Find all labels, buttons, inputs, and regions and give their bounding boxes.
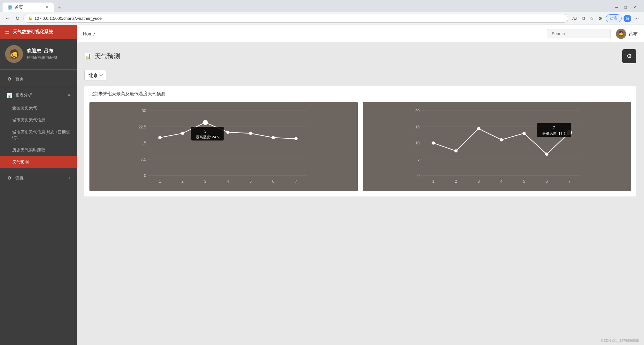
chart-panel: 北京未来七天最高及最低温度天气预测 30: [84, 86, 636, 196]
security-icon: 🔒: [28, 16, 33, 20]
maximize-button[interactable]: □: [622, 4, 629, 10]
svg-text:5: 5: [523, 179, 525, 184]
svg-text:最高温度: 24.5: 最高温度: 24.5: [196, 135, 219, 139]
browser-actions: Aa ⧉ ☆ ⚙ 访客 吕 ⋯: [571, 14, 640, 22]
svg-point-18: [181, 132, 184, 135]
sidebar-sub-label: 全国历史天气: [12, 105, 37, 111]
topbar-avatar: 🧔: [616, 29, 626, 39]
svg-point-20: [226, 131, 229, 134]
sidebar-toggle-button[interactable]: ☰: [5, 29, 10, 35]
svg-text:15: 15: [415, 125, 420, 129]
sidebar-sub-label: 城市历史天气信息(城市+日期查询): [12, 129, 70, 141]
max-temp-chart: 30 22.5 15 7.5 0 1 2 3 4 5 6 7: [89, 102, 358, 191]
topbar-home-link[interactable]: Home: [83, 30, 95, 38]
svg-text:1: 1: [432, 179, 434, 184]
page-title-icon: 📊: [84, 53, 91, 60]
avatar-emoji: 🧔: [9, 49, 20, 59]
min-temp-svg: 20 15 10 5 0 1 2 3 4 5 6 7: [368, 107, 626, 186]
avatar: 🧔: [5, 45, 23, 63]
sidebar-title: 天气数据可视化系统: [13, 29, 53, 35]
svg-text:7: 7: [553, 125, 555, 130]
svg-point-46: [477, 127, 480, 130]
home-icon: ⚙: [6, 76, 12, 81]
new-tab-button[interactable]: +: [55, 3, 64, 12]
extensions-button[interactable]: ⚙: [597, 15, 604, 22]
max-temp-svg: 30 22.5 15 7.5 0 1 2 3 4 5 6 7: [95, 107, 353, 186]
svg-text:4: 4: [227, 179, 229, 184]
svg-text:15: 15: [142, 141, 146, 145]
url-text: 127.0.0.1:5000/charts/weather_yuce: [34, 16, 102, 21]
refresh-button[interactable]: ↻: [14, 14, 21, 23]
sidebar-user-section: 🧔 欢迎您, 吕布 神挡杀神,佛挡杀佛!: [0, 39, 77, 70]
sidebar-item-home[interactable]: ⚙ 首页: [0, 72, 77, 86]
more-options-button[interactable]: ⋯: [633, 15, 640, 22]
sidebar-navigation: ⚙ 首页 📊 图表分析 ∨ 全国历史天气 城市历史天气信息 城市历史天气信息(城…: [0, 70, 77, 187]
svg-text:最低温度: 13.2: 最低温度: 13.2: [542, 132, 565, 135]
user-greeting: 欢迎您, 吕布: [27, 48, 57, 54]
sidebar-sub-label: 历史天气实时爬取: [12, 147, 45, 153]
app-layout: ☰ 天气数据可视化系统 🧔 欢迎您, 吕布 神挡杀神,佛挡杀佛! ⚙ 首页 📊 …: [0, 25, 644, 345]
sidebar-settings-label: 设置: [15, 175, 24, 181]
browser-user-avatar[interactable]: 吕: [624, 15, 631, 22]
back-button[interactable]: ←: [4, 14, 12, 23]
svg-point-17: [158, 136, 161, 139]
svg-text:2: 2: [455, 179, 457, 184]
sidebar-header: ☰ 天气数据可视化系统: [0, 25, 77, 39]
tab-close-button[interactable]: ✕: [45, 5, 49, 10]
svg-text:3: 3: [204, 129, 207, 134]
svg-text:3: 3: [478, 179, 480, 184]
sidebar-item-city-history[interactable]: 城市历史天气信息: [0, 114, 77, 126]
minimize-button[interactable]: ─: [613, 4, 621, 10]
topbar-user: 🧔 吕布: [616, 29, 638, 39]
svg-text:10: 10: [415, 141, 420, 145]
sidebar-item-charts-label: 图表分析: [15, 92, 32, 98]
reader-mode-button[interactable]: Aa: [571, 15, 579, 22]
browser-chrome: 🌐 首页 ✕ + ─ □ ✕ ← ↻ 🔒 127.0.0.1:5000/char…: [0, 0, 644, 25]
split-view-button[interactable]: ⧉: [581, 14, 586, 22]
sidebar-divider-1: [0, 87, 77, 87]
chart-icon: 📊: [6, 93, 12, 98]
sidebar-divider-2: [0, 170, 77, 170]
topbar-username: 吕布: [629, 31, 638, 37]
close-button[interactable]: ✕: [631, 4, 639, 10]
min-temp-chart: 20 15 10 5 0 1 2 3 4 5 6 7: [363, 102, 631, 191]
sidebar-item-settings[interactable]: ⚙ 设置 ›: [0, 171, 77, 185]
user-motto: 神挡杀神,佛挡杀佛!: [27, 55, 57, 60]
svg-text:3: 3: [204, 179, 206, 184]
page-title-area: 📊 天气预测: [84, 52, 120, 61]
window-controls: ─ □ ✕: [610, 4, 641, 10]
sidebar-item-realtime-crawl[interactable]: 历史天气实时爬取: [0, 144, 77, 156]
settings-button[interactable]: ⚙: [622, 49, 636, 63]
city-select[interactable]: 北京 上海 广州 深圳: [84, 70, 106, 81]
sidebar-item-label: 首页: [15, 76, 24, 82]
active-tab[interactable]: 🌐 首页 ✕: [3, 3, 54, 12]
svg-text:30: 30: [142, 109, 146, 113]
topbar-navigation: Home: [83, 30, 547, 38]
svg-text:22.5: 22.5: [139, 125, 146, 129]
svg-point-47: [500, 138, 503, 141]
visit-button[interactable]: 访客: [606, 14, 622, 22]
sidebar-item-national-history[interactable]: 全国历史天气: [0, 102, 77, 114]
sidebar-item-charts[interactable]: 📊 图表分析 ∨: [0, 88, 77, 102]
svg-point-45: [455, 150, 457, 152]
sidebar-item-weather-forecast[interactable]: 天气预测: [0, 156, 77, 168]
chevron-down-icon: ∨: [68, 93, 70, 97]
svg-point-49: [545, 153, 548, 156]
svg-text:1: 1: [159, 179, 161, 184]
page-footer: CSDN @q_3375686808: [77, 336, 644, 345]
bookmark-button[interactable]: ☆: [588, 15, 595, 22]
settings-icon: ⚙: [6, 175, 12, 180]
svg-text:5: 5: [249, 179, 252, 184]
topbar: Home 🧔 吕布: [77, 25, 644, 43]
city-selector-area: 北京 上海 广州 深圳: [84, 70, 636, 81]
address-bar[interactable]: 🔒 127.0.0.1:5000/charts/weather_yuce: [23, 14, 568, 23]
sidebar-item-city-date-history[interactable]: 城市历史天气信息(城市+日期查询): [0, 126, 77, 144]
svg-point-19: [203, 120, 208, 125]
search-input[interactable]: [547, 29, 611, 38]
svg-text:5: 5: [418, 157, 420, 162]
svg-text:0: 0: [144, 173, 146, 178]
svg-text:20: 20: [415, 109, 420, 113]
sidebar-sub-label: 天气预测: [12, 159, 29, 165]
page-title: 天气预测: [95, 52, 120, 61]
sidebar: ☰ 天气数据可视化系统 🧔 欢迎您, 吕布 神挡杀神,佛挡杀佛! ⚙ 首页 📊 …: [0, 25, 77, 345]
